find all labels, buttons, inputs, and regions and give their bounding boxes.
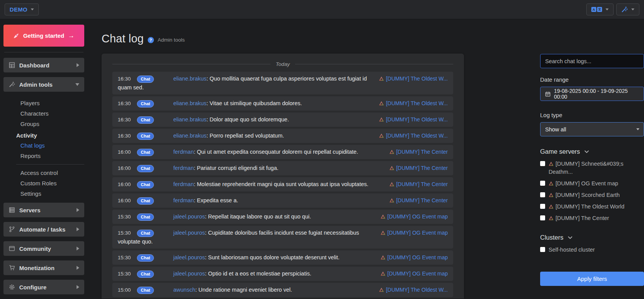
clusters-section-toggle[interactable]: Clusters (540, 234, 644, 241)
sidebar-item-access-control[interactable]: Access control (3, 168, 84, 178)
checkbox[interactable] (540, 181, 545, 186)
chat-log-row: [DUMMY] The Center 16:00 Chat ferdman: M… (112, 177, 453, 191)
sidebar-item-monetization[interactable]: Monetization (3, 260, 84, 275)
game-server-filter[interactable]: [DUMMY] Schneeti&#039;s Deathm... (540, 160, 644, 176)
chat-log-row: [DUMMY] The Center 16:00 Chat ferdman: E… (112, 193, 453, 208)
sidebar-item-dashboard[interactable]: Dashboard (3, 58, 84, 72)
log-type-select[interactable]: Show all (540, 122, 644, 136)
server-link[interactable]: [DUMMY] The Center (389, 196, 448, 205)
sidebar-item-label: Dashboard (19, 62, 49, 69)
server-link[interactable]: [DUMMY] The Oldest W... (379, 99, 448, 108)
player-name-link[interactable]: ferdman (174, 149, 194, 155)
game-servers-label: Game servers (540, 148, 580, 155)
chevron-down-icon (31, 8, 34, 10)
chat-message: : Pariatur corrupti eligendi sit fuga. (194, 165, 279, 171)
game-server-filter-label: [DUMMY] The Center (556, 215, 609, 221)
player-name-link[interactable]: ferdman (174, 165, 194, 171)
game-server-filter[interactable]: [DUMMY] OG Event map (540, 180, 644, 188)
assistant-button[interactable] (616, 3, 639, 15)
sidebar-item-configure[interactable]: Configure (3, 280, 84, 294)
sidebar-item-label: Configure (19, 284, 47, 291)
chevron-down-icon (568, 236, 572, 239)
game-servers-section-toggle[interactable]: Game servers (540, 148, 644, 155)
player-name-link[interactable]: jaleel.pouros (174, 254, 205, 260)
sidebar-item-custom-roles[interactable]: Custom Roles (3, 178, 84, 188)
chevron-right-icon (77, 208, 79, 212)
checkbox[interactable] (540, 247, 545, 252)
chat-message: : Porro repellat sed voluptatum. (207, 133, 284, 139)
player-name-link[interactable]: awunsch (174, 287, 195, 293)
apply-filters-button[interactable]: Apply filters (540, 272, 644, 286)
player-name-link[interactable]: ferdman (174, 197, 194, 203)
player-name-link[interactable]: eliane.brakus (174, 116, 207, 123)
sidebar-item-label: Admin tools (19, 81, 53, 88)
help-icon[interactable]: ? (148, 37, 154, 43)
checkbox[interactable] (540, 161, 545, 166)
server-name: [DUMMY] The Center (396, 180, 448, 188)
sidebar-item-admin-tools[interactable]: Admin tools (3, 77, 84, 92)
game-server-filter[interactable]: [DUMMY] The Oldest World (540, 203, 644, 211)
player-name-link[interactable]: ferdman (174, 181, 194, 187)
server-link[interactable]: [DUMMY] The Oldest W... (379, 74, 448, 83)
date-range-button[interactable]: 19-08-2025 00:00 - 19-09-2025 00:00 (540, 87, 644, 101)
sidebar-item-reports[interactable]: Reports (3, 151, 84, 161)
server-name: [DUMMY] OG Event map (387, 269, 448, 278)
player-name-link[interactable]: jaleel.pouros (174, 230, 205, 236)
server-name: [DUMMY] The Center (396, 196, 448, 205)
player-name-link[interactable]: eliane.brakus (174, 76, 207, 82)
sidebar-item-characters[interactable]: Characters (3, 108, 84, 119)
language-selector-button[interactable]: A (586, 3, 614, 15)
sidebar-item-players[interactable]: Players (3, 98, 84, 108)
getting-started-button[interactable]: Getting started → (3, 25, 84, 47)
team-selector-button[interactable]: DEMO (5, 3, 39, 15)
checkbox[interactable] (540, 192, 545, 197)
server-link[interactable]: [DUMMY] The Center (389, 148, 448, 156)
log-type-badge: Chat (137, 254, 154, 262)
timestamp: 15:00 (118, 286, 135, 294)
chat-log-row: [DUMMY] OG Event map 15:30 Chat jaleel.p… (112, 226, 453, 249)
player-name-link[interactable]: eliane.brakus (174, 100, 207, 106)
log-type-badge: Chat (137, 165, 154, 172)
player-name-link[interactable]: jaleel.pouros (174, 270, 205, 277)
player-name-link[interactable]: eliane.brakus (174, 133, 207, 139)
sidebar-item-groups[interactable]: Groups (3, 119, 84, 129)
server-link[interactable]: [DUMMY] The Center (389, 164, 448, 172)
server-link[interactable]: [DUMMY] The Oldest W... (379, 286, 448, 294)
checkbox[interactable] (540, 204, 545, 209)
chevron-down-icon (606, 8, 609, 10)
servers-icon (8, 207, 15, 213)
chat-log-row: [DUMMY] The Center 16:00 Chat ferdman: P… (112, 161, 453, 175)
game-server-filter-label: [DUMMY] Scorched Earth (556, 192, 620, 198)
game-server-filter[interactable]: [DUMMY] Scorched Earth (540, 191, 644, 199)
admin-tools-submenu: Players Characters Groups Activity Chat … (3, 96, 84, 203)
server-link[interactable]: [DUMMY] OG Event map (380, 212, 448, 221)
server-link[interactable]: [DUMMY] The Center (389, 180, 448, 188)
timestamp: 16:30 (118, 132, 135, 140)
server-link[interactable]: [DUMMY] OG Event map (380, 228, 448, 237)
ark-game-icon (549, 181, 554, 186)
server-link[interactable]: [DUMMY] The Oldest W... (379, 115, 448, 124)
chevron-down-icon (631, 8, 634, 10)
search-input[interactable] (540, 54, 644, 68)
sidebar-item-settings[interactable]: Settings (3, 188, 84, 199)
game-server-filter[interactable]: [DUMMY] The Center (540, 214, 644, 222)
chat-message: : Expedita esse a. (194, 197, 238, 203)
divider (16, 164, 84, 165)
chat-log-row: [DUMMY] The Center 16:00 Chat ferdman: Q… (112, 145, 453, 159)
sidebar-item-automate-tasks[interactable]: Automate / tasks (3, 222, 84, 237)
cluster-filter-self-hosted[interactable]: Self-hosted cluster (540, 246, 644, 254)
sidebar-item-chat-logs[interactable]: Chat logs (3, 140, 84, 151)
log-type-badge: Chat (137, 149, 154, 156)
filter-panel: Date range 19-08-2025 00:00 - 19-09-2025… (540, 19, 644, 299)
server-link[interactable]: [DUMMY] The Oldest W... (379, 131, 448, 140)
server-name: [DUMMY] OG Event map (387, 253, 448, 262)
log-type-badge: Chat (137, 213, 154, 221)
server-link[interactable]: [DUMMY] OG Event map (380, 269, 448, 278)
ark-game-icon (389, 182, 394, 186)
game-server-filter-label: [DUMMY] The Oldest World (556, 203, 624, 210)
server-link[interactable]: [DUMMY] OG Event map (380, 253, 448, 262)
checkbox[interactable] (540, 215, 545, 220)
sidebar-item-servers[interactable]: Servers (3, 203, 84, 217)
sidebar-item-community[interactable]: Community (3, 241, 84, 256)
player-name-link[interactable]: jaleel.pouros (174, 213, 205, 220)
